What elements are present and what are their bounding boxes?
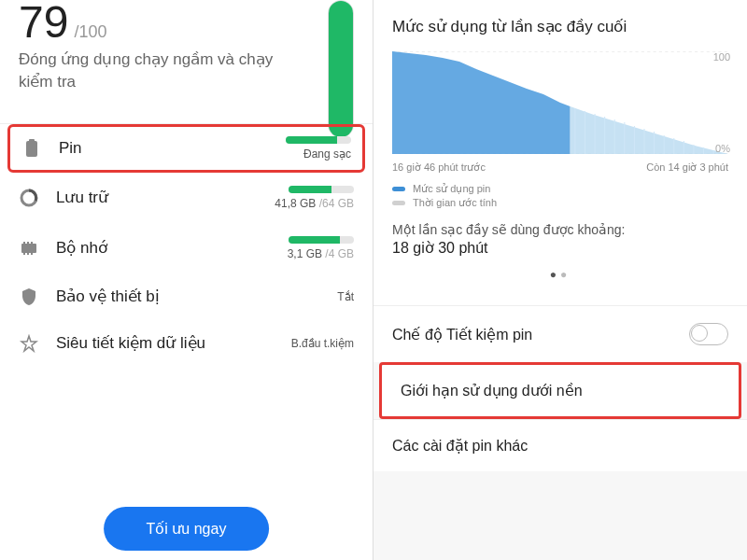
battery-vertical-fill <box>329 1 353 137</box>
shield-icon <box>19 287 39 307</box>
usage-title: Mức sử dụng từ lần sạc đầy cuối <box>392 17 728 36</box>
score-value: 79 <box>19 0 68 45</box>
svg-rect-6 <box>31 242 33 244</box>
legend-dot-usage <box>392 187 405 191</box>
item-security-sub: Tắt <box>337 290 354 303</box>
battery-icon <box>21 138 42 159</box>
estimate-label: Một lần sạc đầy sẽ dùng được khoảng: <box>392 222 728 237</box>
item-storage[interactable]: Lưu trữ 41,8 GB /64 GB <box>0 173 373 223</box>
chart-y-100: 100 <box>713 51 730 63</box>
item-battery-label: Pin <box>59 139 286 158</box>
item-storage-label: Lưu trữ <box>56 188 275 207</box>
item-memory-right: 3,1 GB /4 GB <box>288 236 354 260</box>
item-battery[interactable]: Pin Đang sạc <box>7 124 365 173</box>
item-battery-right: Đang sạc <box>286 136 351 161</box>
item-security-label: Bảo vệ thiết bị <box>56 287 337 306</box>
svg-rect-8 <box>27 253 29 255</box>
score-row: 79 /100 <box>0 0 373 49</box>
setting-other[interactable]: Các cài đặt pin khác <box>374 419 747 471</box>
battery-vertical-bar <box>328 0 354 138</box>
score-max: /100 <box>74 22 106 42</box>
item-datasaver-label: Siêu tiết kiệm dữ liệu <box>56 333 291 353</box>
svg-rect-4 <box>23 242 25 244</box>
device-care-panel: 79 /100 Đóng ứng dụng chạy ngầm và chạy … <box>0 0 374 560</box>
memory-icon <box>19 238 39 259</box>
svg-rect-0 <box>26 141 37 157</box>
item-datasaver[interactable]: Siêu tiết kiệm dữ liệu B.đầu t.kiệm <box>0 320 373 367</box>
item-security[interactable]: Bảo vệ thiết bị Tắt <box>0 273 373 320</box>
setting-background-limit[interactable]: Giới hạn sử dụng dưới nền <box>379 362 741 419</box>
svg-rect-3 <box>21 244 36 253</box>
chart-x-labels: 16 giờ 46 phút trước Còn 14 giờ 3 phút <box>392 161 728 174</box>
setting-powersave[interactable]: Chế độ Tiết kiệm pin <box>374 305 747 362</box>
powersave-toggle[interactable] <box>689 323 728 345</box>
storage-icon <box>19 188 39 208</box>
svg-rect-5 <box>27 242 29 244</box>
setting-bglimit-label: Giới hạn sử dụng dưới nền <box>401 382 583 399</box>
item-memory[interactable]: Bộ nhớ 3,1 GB /4 GB <box>0 223 373 273</box>
svg-rect-1 <box>29 139 35 142</box>
page-dots[interactable]: ●● <box>392 257 728 292</box>
chart-y-0: 0% <box>715 143 730 154</box>
usage-card: Mức sử dụng từ lần sạc đầy cuối 100 0% <box>374 0 747 305</box>
estimate-value: 18 giờ 30 phút <box>392 239 728 257</box>
battery-detail-panel: Mức sử dụng từ lần sạc đầy cuối 100 0% <box>374 0 747 560</box>
item-battery-sub: Đang sạc <box>286 147 351 161</box>
usage-chart: 100 0% <box>392 51 728 154</box>
optimize-button[interactable]: Tối ưu ngay <box>104 507 270 551</box>
chart-x-left: 16 giờ 46 phút trước <box>392 161 486 174</box>
legend-dot-estimate <box>392 201 405 205</box>
datasaver-icon <box>19 333 39 354</box>
item-storage-right: 41,8 GB /64 GB <box>275 186 354 210</box>
item-memory-label: Bộ nhớ <box>56 238 288 258</box>
subtitle: Đóng ứng dụng chạy ngầm và chạy kiểm tra <box>0 49 373 108</box>
chart-svg <box>392 51 728 154</box>
toggle-knob <box>691 325 708 342</box>
chart-x-right: Còn 14 giờ 3 phút <box>646 161 728 174</box>
chart-legend: Mức sử dụng pin Thời gian ước tính <box>392 183 728 209</box>
svg-rect-9 <box>31 253 33 255</box>
svg-rect-7 <box>23 253 25 255</box>
item-datasaver-sub: B.đầu t.kiệm <box>291 337 354 350</box>
setting-powersave-label: Chế độ Tiết kiệm pin <box>392 326 532 343</box>
setting-other-label: Các cài đặt pin khác <box>392 437 528 455</box>
